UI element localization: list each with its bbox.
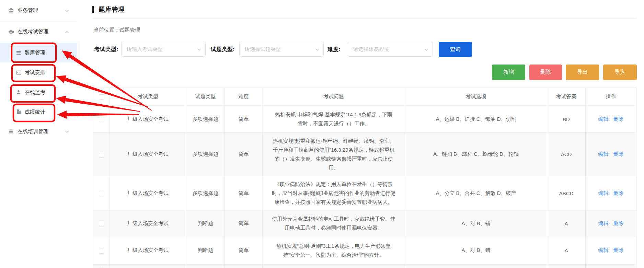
question-table: 考试类型 试题类型 难度 考试问题 考试选项 考试答案 操作 厂级入场安全考试 … — [93, 88, 636, 268]
col-operation: 操作 — [586, 88, 636, 106]
sidebar-item-online-proctor[interactable]: 在线监考 — [0, 82, 77, 102]
cell-options: A、链扣 B、螺杆 C、蜗母轮 D、轮轴 — [405, 133, 547, 176]
page-title: 题库管理 — [99, 5, 125, 14]
cell-question-type: 多项选择题 — [186, 176, 225, 211]
sidebar-item-label: 在线监考 — [25, 89, 45, 96]
id-card-icon — [15, 69, 22, 75]
cell-answer: ABCD — [547, 176, 586, 211]
sidebar-item-score-stats[interactable]: 成绩统计 — [0, 102, 77, 121]
row-checkbox[interactable] — [99, 248, 104, 254]
table-row: 厂级入场安全考试 判断题 简单 热机安规“总则-通则”3.1.1条规定，电力生产… — [93, 236, 636, 265]
edit-link[interactable]: 编辑 — [598, 190, 609, 196]
sidebar-item-exam-schedule[interactable]: 考试安排 — [0, 62, 77, 82]
sidebar-item-label: 在线考试管理 — [18, 28, 48, 35]
col-exam-type: 考试类型 — [110, 88, 186, 106]
list-bars-icon — [15, 50, 22, 56]
cell-question: 热机安规“起重和搬运-钢丝绳、纤维绳、吊钩、滑车、 千斤顶和手拉葫芦的使用”16… — [263, 133, 405, 176]
col-question: 考试问题 — [263, 88, 405, 106]
difficulty-label: 难度: — [327, 42, 340, 57]
cell-question-type: 判断题 — [186, 211, 225, 236]
col-question-type: 试题类型 — [186, 88, 225, 106]
chevron-down-icon — [65, 128, 69, 135]
chevron-down-icon — [197, 46, 201, 53]
row-checkbox[interactable] — [99, 152, 104, 158]
cell-difficulty: 简单 — [225, 106, 263, 133]
cell-options: A、运煤 B、焊接 C、卸油 D、切割 — [405, 106, 547, 133]
list-bars-icon — [8, 128, 14, 135]
edit-link[interactable]: 编辑 — [598, 116, 609, 122]
cell-exam-type: 厂级入场安全考试 — [110, 236, 186, 265]
cell-options: A、分立 B、合并 C、解散 D、破产 — [405, 176, 547, 211]
sidebar-item-label: 题库管理 — [25, 49, 45, 56]
cell-difficulty: 简单 — [225, 236, 263, 265]
sidebar-item-label: 在线培训管理 — [18, 128, 48, 135]
delete-link[interactable]: 删除 — [613, 247, 624, 253]
col-difficulty: 难度 — [225, 88, 263, 106]
question-type-label: 试题类型: — [211, 42, 234, 57]
question-type-select[interactable]: 请选择试题类型 — [239, 42, 324, 57]
cell-difficulty: 简单 — [225, 176, 263, 211]
cell-difficulty: 简单 — [225, 211, 263, 236]
title-accent-bar — [92, 6, 94, 13]
sidebar-item-label: 考试安排 — [25, 69, 45, 76]
table-header-row: 考试类型 试题类型 难度 考试问题 考试选项 考试答案 操作 — [93, 88, 636, 106]
chevron-up-icon — [65, 29, 69, 35]
cell-question: 使用外壳为金属材料的电动工具时，应戴绝缘手套。使 用电动工具时，必须同时使用漏电… — [263, 211, 405, 236]
user-icon — [15, 89, 22, 95]
row-checkbox[interactable] — [99, 191, 104, 196]
col-answer: 考试答案 — [547, 88, 586, 106]
cell-options: A、对 B、错 — [405, 236, 547, 265]
sidebar-item-business-mgmt[interactable]: 业务管理 — [0, 0, 77, 21]
cell-question-type: 多项选择题 — [186, 133, 225, 176]
question-type-placeholder: 请选择试题类型 — [245, 46, 281, 53]
delete-link[interactable]: 删除 — [613, 116, 624, 122]
row-checkbox[interactable] — [99, 221, 104, 226]
cell-exam-type: 厂级入场安全考试 — [110, 106, 186, 133]
cell-question: 热机安规“电焊和气焊-基本规定”14.1.9条规定，下雨 雪时，不宜露天进行（）… — [263, 106, 405, 133]
select-all-checkbox[interactable] — [99, 94, 104, 100]
export-button[interactable]: 导出 — [566, 65, 599, 80]
chevron-down-icon — [65, 8, 69, 14]
search-button[interactable]: 查询 — [439, 42, 472, 57]
cell-answer: A — [547, 211, 586, 236]
difficulty-placeholder: 请选择难易程度 — [353, 46, 389, 53]
graduation-cap-icon — [8, 29, 14, 35]
cell-question: 《职业病防治法》规定：用人单位在发生（）等情形 时，应当对从事接触职业病危害的作… — [263, 176, 405, 211]
import-button[interactable]: 导入 — [603, 65, 637, 80]
cell-question: 热机安规“总则-通则”3.1.1条规定，电力生产必须坚 持“安全第一、预防为主、… — [263, 236, 405, 265]
sidebar-item-online-exam-mgmt[interactable]: 在线考试管理 — [0, 21, 77, 42]
cell-answer: ACD — [547, 133, 586, 176]
cell-options: A、对 B、错 — [405, 211, 547, 236]
delete-button[interactable]: 删除 — [529, 65, 562, 80]
cell-answer: BD — [547, 106, 586, 133]
sidebar-item-online-training-mgmt[interactable]: 在线培训管理 — [0, 121, 77, 141]
header-divider — [92, 19, 636, 19]
difficulty-select[interactable]: 请选择难易程度 — [348, 42, 433, 57]
document-icon — [15, 109, 22, 115]
table-row: 厂级入场安全考试 多项选择题 简单 热机安规“起重和搬运-钢丝绳、纤维绳、吊钩、… — [93, 133, 636, 176]
cell-difficulty: 简单 — [225, 133, 263, 176]
exam-type-select[interactable]: 请输入考试类型 — [121, 42, 206, 57]
sidebar-item-question-bank-mgmt[interactable]: 题库管理 — [0, 43, 77, 62]
table-row: 厂级入场安全考试 多项选择题 简单 《职业病防治法》规定：用人单位在发生（）等情… — [93, 176, 636, 211]
cell-question-type: 判断题 — [186, 236, 225, 265]
delete-link[interactable]: 删除 — [613, 190, 624, 196]
edit-link[interactable]: 编辑 — [598, 220, 609, 226]
sidebar-item-label: 成绩统计 — [25, 109, 45, 115]
table-row: 厂级入场安全考试 多项选择题 简单 热机安规“电焊和气焊-基本规定”14.1.9… — [93, 106, 636, 133]
sidebar: 业务管理 在线考试管理 题库管理 考试安排 在线监考 — [0, 0, 77, 268]
chevron-down-icon — [424, 46, 428, 53]
edit-link[interactable]: 编辑 — [598, 151, 609, 157]
exam-type-label: 考试类型: — [94, 42, 118, 57]
row-checkbox[interactable] — [99, 117, 104, 122]
cell-exam-type: 厂级入场安全考试 — [110, 133, 186, 176]
briefcase-icon — [8, 8, 14, 14]
delete-link[interactable]: 删除 — [613, 220, 624, 226]
col-options: 考试选项 — [405, 88, 547, 106]
cell-question-type: 多项选择题 — [186, 106, 225, 133]
add-button[interactable]: 新增 — [492, 65, 525, 80]
cell-answer: A — [547, 236, 586, 265]
edit-link[interactable]: 编辑 — [598, 247, 609, 253]
delete-link[interactable]: 删除 — [613, 151, 624, 157]
cell-exam-type: 厂级入场安全考试 — [110, 211, 186, 236]
